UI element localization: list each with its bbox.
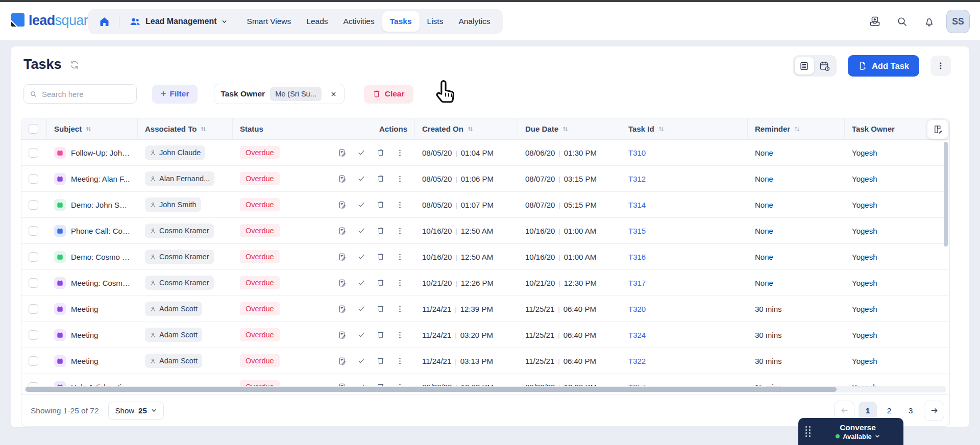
- task-id-link[interactable]: T314: [628, 201, 646, 209]
- delete-task-icon[interactable]: [373, 170, 389, 187]
- associated-to-pill[interactable]: Adam Scott: [145, 354, 202, 368]
- edit-task-icon[interactable]: [334, 196, 351, 213]
- delete-task-icon[interactable]: [373, 300, 389, 317]
- home-button[interactable]: [93, 11, 115, 32]
- complete-task-icon[interactable]: [354, 144, 370, 161]
- associated-to-pill[interactable]: Cosmo Kramer: [145, 250, 214, 264]
- row-menu-icon[interactable]: [392, 300, 408, 317]
- associated-to-pill[interactable]: Cosmo Kramer: [145, 224, 214, 238]
- row-menu-icon[interactable]: [392, 248, 408, 265]
- row-menu-icon[interactable]: [392, 144, 408, 161]
- subject-text[interactable]: Meeting: [71, 331, 98, 339]
- sort-icon[interactable]: [85, 126, 92, 132]
- edit-task-icon[interactable]: [334, 352, 351, 369]
- sort-icon[interactable]: [200, 126, 207, 132]
- page-button-3[interactable]: 3: [901, 402, 920, 420]
- task-id-link[interactable]: T322: [628, 357, 646, 365]
- delete-task-icon[interactable]: [373, 352, 389, 369]
- task-id-link[interactable]: T310: [628, 149, 646, 157]
- row-menu-icon[interactable]: [392, 326, 408, 343]
- add-task-button[interactable]: Add Task: [848, 55, 919, 77]
- sort-icon[interactable]: [794, 126, 800, 132]
- associated-to-pill[interactable]: Alan Fernand...: [145, 171, 214, 186]
- page-button-1[interactable]: 1: [859, 402, 877, 420]
- drag-handle-icon[interactable]: [805, 426, 811, 437]
- associated-to-pill[interactable]: John Claude: [145, 145, 205, 160]
- complete-task-icon[interactable]: [354, 274, 370, 291]
- filter-button[interactable]: + Filter: [152, 85, 198, 104]
- subject-text[interactable]: Meeting: Cosmo...: [71, 279, 131, 287]
- task-id-link[interactable]: T315: [628, 227, 646, 235]
- associated-to-pill[interactable]: Adam Scott: [145, 302, 202, 316]
- subject-text[interactable]: Demo: John Smith: [71, 201, 131, 209]
- column-header-task-id[interactable]: Task Id: [621, 118, 748, 139]
- import-button[interactable]: [869, 15, 881, 28]
- column-settings-button[interactable]: [927, 120, 948, 139]
- edit-task-icon[interactable]: [334, 274, 351, 291]
- row-checkbox[interactable]: [29, 252, 38, 262]
- filter-chip-value[interactable]: Me (Sri Su...: [270, 87, 322, 101]
- delete-task-icon[interactable]: [373, 326, 389, 343]
- next-page-button[interactable]: [924, 401, 944, 421]
- edit-task-icon[interactable]: [334, 326, 351, 343]
- edit-task-icon[interactable]: [334, 144, 351, 161]
- column-header-created-on[interactable]: Created On: [415, 118, 518, 139]
- delete-task-icon[interactable]: [373, 144, 389, 161]
- task-owner-filter-chip[interactable]: Task Owner Me (Sri Su...: [214, 84, 344, 104]
- row-menu-icon[interactable]: [392, 222, 408, 239]
- associated-to-pill[interactable]: Cosmo Kramer: [145, 276, 214, 290]
- associated-to-pill[interactable]: Adam Scott: [145, 328, 202, 342]
- row-menu-icon[interactable]: [392, 352, 408, 369]
- clear-filters-button[interactable]: Clear: [364, 85, 413, 104]
- column-header-due-date[interactable]: Due Date: [518, 118, 621, 139]
- delete-task-icon[interactable]: [373, 248, 389, 265]
- column-header-reminder[interactable]: Reminder: [748, 118, 845, 139]
- associated-to-pill[interactable]: John Smith: [145, 197, 201, 212]
- tab-analytics[interactable]: Analytics: [451, 11, 498, 32]
- column-header-subject[interactable]: Subject: [47, 118, 138, 139]
- complete-task-icon[interactable]: [354, 300, 370, 317]
- page-button-2[interactable]: 2: [880, 402, 898, 420]
- subject-text[interactable]: Phone Call: Cos...: [71, 227, 131, 235]
- horizontal-scrollbar[interactable]: [24, 386, 946, 392]
- sort-icon[interactable]: [562, 126, 569, 132]
- complete-task-icon[interactable]: [354, 326, 370, 343]
- tab-activities[interactable]: Activities: [336, 11, 382, 32]
- delete-task-icon[interactable]: [373, 222, 389, 239]
- subject-text[interactable]: Meeting: [71, 357, 98, 365]
- complete-task-icon[interactable]: [354, 352, 370, 369]
- task-id-link[interactable]: T324: [628, 331, 646, 339]
- search-input[interactable]: [41, 89, 131, 99]
- select-all-checkbox[interactable]: [29, 124, 38, 134]
- task-id-link[interactable]: T316: [628, 253, 646, 261]
- task-id-link[interactable]: T312: [628, 175, 646, 183]
- edit-task-icon[interactable]: [334, 300, 351, 317]
- row-checkbox[interactable]: [29, 330, 38, 340]
- task-id-link[interactable]: T317: [628, 279, 646, 287]
- converse-widget[interactable]: Converse Available: [798, 418, 903, 445]
- row-menu-icon[interactable]: [392, 274, 408, 291]
- delete-task-icon[interactable]: [373, 274, 389, 291]
- tab-leads[interactable]: Leads: [299, 11, 335, 32]
- complete-task-icon[interactable]: [354, 196, 370, 213]
- row-checkbox[interactable]: [29, 356, 38, 366]
- row-checkbox[interactable]: [29, 226, 38, 236]
- remove-filter-button[interactable]: [329, 90, 338, 98]
- complete-task-icon[interactable]: [354, 170, 370, 187]
- complete-task-icon[interactable]: [354, 248, 370, 265]
- more-options-button[interactable]: [930, 56, 951, 76]
- sort-icon[interactable]: [467, 126, 474, 132]
- tab-tasks[interactable]: Tasks: [382, 11, 420, 32]
- task-id-link[interactable]: T320: [628, 305, 646, 313]
- search-button[interactable]: [896, 16, 908, 28]
- row-checkbox[interactable]: [29, 200, 38, 210]
- app-switcher[interactable]: Lead Management: [123, 16, 233, 28]
- subject-text[interactable]: Meeting: [71, 305, 98, 313]
- refresh-button[interactable]: [69, 60, 80, 70]
- notifications-button[interactable]: [923, 16, 935, 28]
- delete-task-icon[interactable]: [373, 196, 389, 213]
- row-menu-icon[interactable]: [392, 170, 408, 187]
- calendar-view-button[interactable]: [815, 57, 835, 75]
- row-checkbox[interactable]: [29, 278, 38, 288]
- row-checkbox[interactable]: [29, 174, 38, 184]
